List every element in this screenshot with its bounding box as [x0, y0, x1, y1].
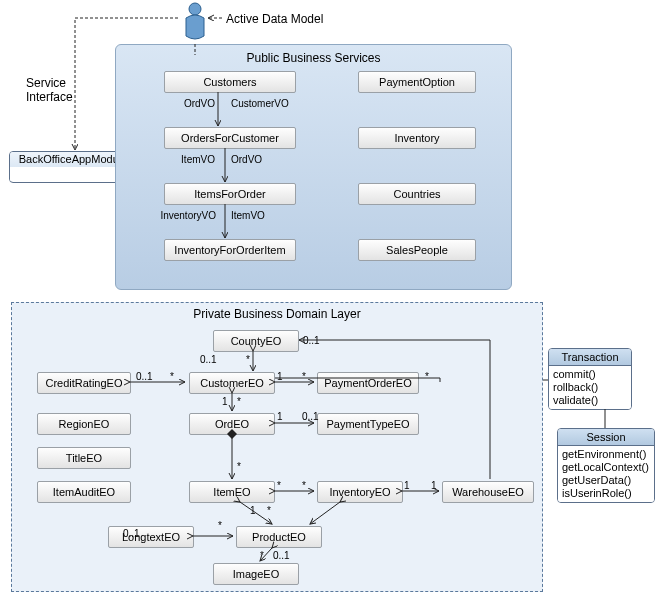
flow-itemvo-2: ItemVO — [231, 210, 265, 221]
credit-rating-eo: CreditRatingEO — [37, 372, 131, 394]
pbs-inventory-for-order-item: InventoryForOrderItem — [164, 239, 296, 261]
mult-star: * — [302, 480, 306, 491]
transaction-rollback: rollback() — [553, 381, 627, 394]
item-eo: ItemEO — [189, 481, 275, 503]
session-box: Session getEnvironment() getLocalContext… — [557, 428, 655, 503]
mult-0-1: 0..1 — [136, 371, 153, 382]
pbs-countries: Countries — [358, 183, 476, 205]
warehouse-eo: WarehouseEO — [442, 481, 534, 503]
mult-0-1: 0..1 — [303, 335, 320, 346]
svg-point-0 — [189, 3, 201, 15]
mult-star: * — [277, 480, 281, 491]
mult-star: * — [218, 520, 222, 531]
region-eo: RegionEO — [37, 413, 131, 435]
image-eo: ImageEO — [213, 563, 299, 585]
mult-1: 1 — [222, 396, 228, 407]
mult-0-1: 0..1 — [302, 411, 319, 422]
longtext-eo: LongtextEO — [108, 526, 194, 548]
session-get-environment: getEnvironment() — [562, 448, 650, 461]
domain-title: Private Business Domain Layer — [12, 303, 542, 325]
mult-star: * — [246, 354, 250, 365]
flow-ordvo-2: OrdVO — [231, 154, 262, 165]
mult-star: * — [425, 371, 429, 382]
flow-itemvo-1: ItemVO — [179, 154, 215, 165]
mult-1: 1 — [431, 480, 437, 491]
pbs-items-for-order: ItemsForOrder — [164, 183, 296, 205]
product-eo: ProductEO — [236, 526, 322, 548]
flow-customervo-1: CustomerVO — [231, 98, 289, 109]
active-data-model-label: Active Data Model — [226, 12, 323, 26]
private-domain-panel: Private Business Domain Layer CountyEO C… — [11, 302, 543, 592]
mult-1: 1 — [277, 411, 283, 422]
transaction-commit: commit() — [553, 368, 627, 381]
inventory-eo: InventoryEO — [317, 481, 403, 503]
title-eo: TitleEO — [37, 447, 131, 469]
customer-eo: CustomerEO — [189, 372, 275, 394]
mult-star: * — [237, 461, 241, 472]
mult-0-1: 0..1 — [123, 528, 140, 539]
pbs-title: Public Business Services — [116, 45, 511, 65]
session-get-local-context: getLocalContext() — [562, 461, 650, 474]
session-header: Session — [558, 429, 654, 446]
pbs-sales-people: SalesPeople — [358, 239, 476, 261]
flow-inventoryvo-1: InventoryVO — [152, 210, 216, 221]
service-interface-label: Service Interface — [26, 76, 73, 104]
session-get-user-data: getUserData() — [562, 474, 650, 487]
mult-star: * — [302, 371, 306, 382]
mult-star: * — [267, 505, 271, 516]
transaction-box: Transaction commit() rollback() validate… — [548, 348, 632, 410]
mult-1: 1 — [404, 480, 410, 491]
mult-0-1: 0..1 — [273, 550, 290, 561]
mult-1: 1 — [250, 505, 256, 516]
payment-type-eo: PaymentTypeEO — [317, 413, 419, 435]
pbs-orders-for-customer: OrdersForCustomer — [164, 127, 296, 149]
mult-star: * — [237, 396, 241, 407]
payment-order-eo: PaymentOrderEO — [317, 372, 419, 394]
architecture-diagram: Active Data Model Service Interface Back… — [0, 0, 656, 597]
mult-1: 1 — [277, 371, 283, 382]
item-audit-eo: ItemAuditEO — [37, 481, 131, 503]
flow-ordvo-1: OrdVO — [179, 98, 215, 109]
mult-star: * — [170, 371, 174, 382]
mult-star: * — [260, 550, 264, 561]
session-is-user-in-role: isUserinRole() — [562, 487, 650, 500]
pbs-inventory: Inventory — [358, 127, 476, 149]
pbs-customers: Customers — [164, 71, 296, 93]
public-business-services-panel: Public Business Services Customers Order… — [115, 44, 512, 290]
transaction-header: Transaction — [549, 349, 631, 366]
mult-0-1: 0..1 — [200, 354, 217, 365]
ord-eo: OrdEO — [189, 413, 275, 435]
pbs-payment-option: PaymentOption — [358, 71, 476, 93]
transaction-validate: validate() — [553, 394, 627, 407]
county-eo: CountyEO — [213, 330, 299, 352]
